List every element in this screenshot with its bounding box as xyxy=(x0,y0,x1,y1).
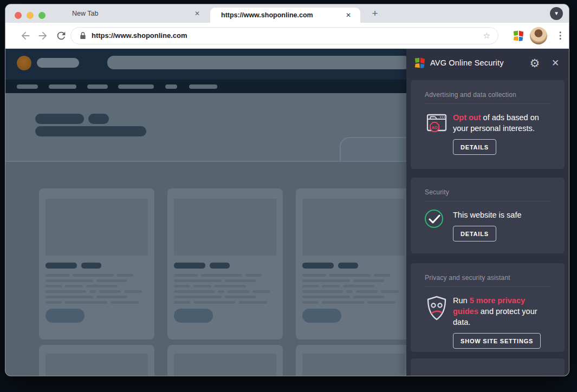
details-button[interactable]: DETAILS xyxy=(453,226,496,241)
nav-placeholder xyxy=(49,84,76,89)
tab-close-icon[interactable]: ✕ xyxy=(343,8,354,23)
tab-strip: New Tab ✕ https://www.shoponline.com ✕ +… xyxy=(5,4,569,23)
window-minimize-button[interactable] xyxy=(27,12,34,19)
card-text: This website is safe xyxy=(453,210,550,220)
new-tab-button[interactable]: + xyxy=(367,6,382,21)
price-placeholder xyxy=(210,263,230,269)
product-card xyxy=(296,188,411,339)
window-close-button[interactable] xyxy=(15,12,22,19)
text-placeholder-lines xyxy=(174,274,276,306)
product-card xyxy=(39,345,154,376)
nav-placeholder xyxy=(118,84,154,89)
divider xyxy=(425,103,550,104)
details-button[interactable]: DETAILS xyxy=(453,139,496,155)
nav-placeholder xyxy=(87,84,108,89)
nav-placeholder xyxy=(165,84,177,89)
tab-label: New Tab xyxy=(72,4,98,23)
button-placeholder xyxy=(174,309,213,323)
panel-card-privacy: Privacy and security asistant Run 5 more… xyxy=(411,263,565,352)
nav-placeholder xyxy=(189,84,217,89)
card-heading: Advertising and data collection xyxy=(425,91,550,99)
price-placeholder xyxy=(81,263,101,269)
panel-card-partial xyxy=(411,358,565,376)
panel-header: AVG Online Security ⚙ ✕ xyxy=(406,49,569,77)
price-placeholder xyxy=(302,263,334,269)
address-bar[interactable]: https://www.shoponline.com ☆ xyxy=(70,27,498,44)
card-text: Run 5 more privacy guides and protect yo… xyxy=(453,295,550,328)
card-heading: Privacy and security asistant xyxy=(425,274,550,282)
gear-icon[interactable]: ⚙ xyxy=(528,56,542,70)
profile-avatar[interactable] xyxy=(530,27,547,44)
url-text[interactable]: https://www.shoponline.com xyxy=(92,28,187,44)
back-icon[interactable] xyxy=(20,30,31,42)
tab-shoponline[interactable]: https://www.shoponline.com ✕ xyxy=(210,8,360,23)
divider xyxy=(425,286,550,287)
tab-label: https://www.shoponline.com xyxy=(221,8,313,23)
text-placeholder-lines xyxy=(302,274,405,306)
price-placeholder xyxy=(174,263,205,269)
close-icon[interactable]: ✕ xyxy=(548,56,562,70)
image-placeholder xyxy=(174,199,276,256)
button-placeholder xyxy=(302,309,341,323)
button-placeholder xyxy=(46,309,85,323)
image-placeholder xyxy=(46,199,148,256)
avg-extension-icon[interactable] xyxy=(513,30,524,42)
kebab-menu-icon[interactable]: ⋮ xyxy=(555,29,566,42)
tab-new-tab[interactable]: New Tab ✕ xyxy=(57,4,210,23)
divider xyxy=(425,201,550,201)
lock-icon xyxy=(79,31,87,40)
nav-placeholder xyxy=(17,84,38,89)
bookmark-star-icon[interactable]: ☆ xyxy=(483,28,490,44)
price-placeholder xyxy=(338,263,358,269)
avg-logo-icon xyxy=(414,57,426,69)
browser-window: New Tab ✕ https://www.shoponline.com ✕ +… xyxy=(5,4,569,376)
site-logo xyxy=(17,56,31,70)
page-content: AVG Online Security ⚙ ✕ Advertising and … xyxy=(5,49,569,376)
panel-card-security: Security This website is safe DETAILS xyxy=(411,178,565,253)
product-card xyxy=(39,188,154,339)
placeholder-pill xyxy=(37,58,79,68)
tab-close-icon[interactable]: ✕ xyxy=(192,4,203,23)
ad-label: AD xyxy=(431,125,438,130)
show-site-settings-button[interactable]: SHOW SITE SETTINGS xyxy=(453,333,541,349)
avg-security-panel: AVG Online Security ⚙ ✕ Advertising and … xyxy=(406,49,569,376)
title-placeholder xyxy=(88,114,109,124)
subtitle-placeholder xyxy=(35,126,146,136)
browser-toolbar: https://www.shoponline.com ☆ ⋮ xyxy=(5,23,569,49)
price-placeholder xyxy=(46,263,77,269)
image-placeholder xyxy=(302,354,405,376)
site-search-placeholder xyxy=(107,56,411,69)
forward-icon[interactable] xyxy=(37,30,49,42)
panel-card-advertising: Advertising and data collection AD xyxy=(411,80,565,169)
image-placeholder xyxy=(174,354,276,376)
card-heading: Security xyxy=(425,188,550,196)
sad-shield-icon xyxy=(425,295,453,349)
product-card xyxy=(167,188,283,339)
ad-blocker-icon: AD xyxy=(425,112,453,155)
reload-icon[interactable] xyxy=(55,30,67,42)
image-placeholder xyxy=(302,199,405,256)
chevron-down-icon[interactable]: ▾ xyxy=(550,7,563,20)
text-placeholder-lines xyxy=(46,274,148,306)
image-placeholder xyxy=(46,354,148,376)
card-text: Opt out of ads based on your personal in… xyxy=(453,112,550,134)
product-card xyxy=(167,345,283,376)
panel-title: AVG Online Security xyxy=(430,49,504,77)
title-placeholder xyxy=(35,114,84,124)
safe-check-icon xyxy=(425,210,453,241)
window-zoom-button[interactable] xyxy=(38,12,46,19)
product-card xyxy=(296,345,411,376)
